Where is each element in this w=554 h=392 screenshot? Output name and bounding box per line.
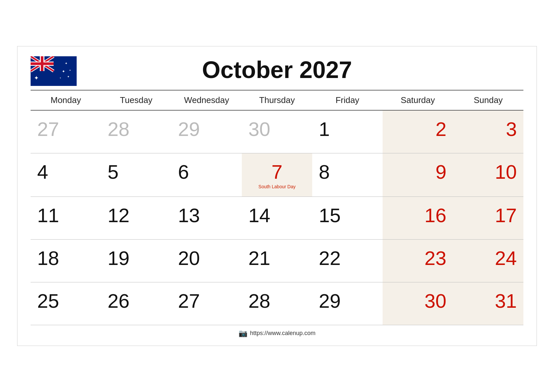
calendar-cell: 13 [171, 196, 242, 239]
day-number: 29 [319, 290, 376, 312]
calendar-cell: 1 [312, 110, 383, 153]
weekday-header-row: Monday Tuesday Wednesday Thursday Friday… [31, 90, 523, 110]
calendar-cell: 7South Labour Day [242, 153, 312, 196]
calendar-cell: 12 [101, 196, 171, 239]
calendar-cell: 27 [171, 282, 242, 325]
calendar-cell: 20 [171, 239, 242, 282]
day-number: 7 [248, 161, 306, 183]
day-number: 14 [248, 204, 306, 227]
day-number: 28 [108, 118, 165, 141]
footer: 📷 https://www.calenup.com [31, 325, 523, 339]
footer-url: https://www.calenup.com [250, 330, 315, 337]
calendar-cell: 24 [453, 239, 523, 282]
day-number: 31 [460, 290, 517, 312]
week-row-4: 18192021222324 [31, 239, 523, 282]
calendar-cell: 9 [383, 153, 453, 196]
calendar-cell: 26 [101, 282, 171, 325]
calendar-cell: 6 [171, 153, 242, 196]
flag: ✦ ✦ ✦ ✦ ✦ ✦ [31, 56, 77, 86]
calendar-cell: 25 [31, 282, 101, 325]
header-sunday: Sunday [453, 90, 523, 110]
day-number: 22 [319, 247, 376, 270]
day-number: 3 [460, 118, 517, 141]
calendar-cell: 4 [31, 153, 101, 196]
day-number: 19 [108, 247, 165, 270]
calendar-cell: 29 [171, 110, 242, 153]
svg-text:✦: ✦ [62, 69, 65, 74]
calendar-cell: 31 [453, 282, 523, 325]
calendar-cell: 28 [101, 110, 171, 153]
day-number: 5 [108, 161, 165, 183]
day-number: 8 [319, 161, 376, 183]
calendar-cell: 16 [383, 196, 453, 239]
calendar-cell: 27 [31, 110, 101, 153]
day-number: 30 [389, 290, 446, 312]
day-number: 24 [460, 247, 517, 270]
calendar-cell: 15 [312, 196, 383, 239]
calendar-cell: 19 [101, 239, 171, 282]
day-number: 16 [389, 204, 446, 227]
day-number: 18 [37, 247, 94, 270]
day-number: 12 [108, 204, 165, 227]
calendar-cell: 2 [383, 110, 453, 153]
header-wednesday: Wednesday [171, 90, 242, 110]
calendar-cell: 17 [453, 196, 523, 239]
week-row-3: 11121314151617 [31, 196, 523, 239]
day-number: 17 [460, 204, 517, 227]
calendar-cell: 18 [31, 239, 101, 282]
day-number: 10 [460, 161, 517, 183]
day-number: 29 [178, 118, 235, 141]
day-number: 6 [178, 161, 235, 183]
day-number: 27 [178, 290, 235, 312]
svg-text:✦: ✦ [69, 69, 71, 71]
svg-text:✦: ✦ [60, 77, 61, 79]
day-number: 30 [248, 118, 306, 141]
week-row-1: 27282930123 [31, 110, 523, 153]
week-row-5: 25262728293031 [31, 282, 523, 325]
calendar-cell: 8 [312, 153, 383, 196]
calendar-cell: 29 [312, 282, 383, 325]
calendar-container: ✦ ✦ ✦ ✦ ✦ ✦ October 2027 Monday Tuesday … [17, 46, 537, 346]
header-thursday: Thursday [242, 90, 312, 110]
day-number: 9 [389, 161, 446, 183]
day-number: 23 [389, 247, 446, 270]
calendar-cell: 30 [242, 110, 312, 153]
day-number: 13 [178, 204, 235, 227]
header-tuesday: Tuesday [101, 90, 171, 110]
calendar-grid: Monday Tuesday Wednesday Thursday Friday… [31, 90, 523, 325]
calendar-cell: 11 [31, 196, 101, 239]
header-monday: Monday [31, 90, 101, 110]
header-friday: Friday [312, 90, 383, 110]
day-number: 2 [389, 118, 446, 141]
holiday-label: South Labour Day [248, 184, 306, 189]
day-number: 27 [37, 118, 94, 141]
svg-text:✦: ✦ [34, 75, 39, 81]
day-number: 21 [248, 247, 306, 270]
day-number: 28 [248, 290, 306, 312]
day-number: 15 [319, 204, 376, 227]
day-number: 4 [37, 161, 94, 183]
header-saturday: Saturday [383, 90, 453, 110]
calendar-cell: 10 [453, 153, 523, 196]
day-number: 20 [178, 247, 235, 270]
calendar-cell: 23 [383, 239, 453, 282]
day-number: 1 [319, 118, 376, 141]
calendar-cell: 30 [383, 282, 453, 325]
calendar-cell: 28 [242, 282, 312, 325]
calendar-cell: 14 [242, 196, 312, 239]
day-number: 26 [108, 290, 165, 312]
month-title: October 2027 [202, 56, 352, 83]
svg-text:✦: ✦ [65, 62, 67, 65]
day-number: 11 [37, 204, 94, 227]
calendar-cell: 5 [101, 153, 171, 196]
calenup-icon: 📷 [239, 329, 247, 338]
calendar-cell: 22 [312, 239, 383, 282]
day-number: 25 [37, 290, 94, 312]
svg-text:✦: ✦ [67, 75, 70, 78]
week-row-2: 4567South Labour Day8910 [31, 153, 523, 196]
calendar-cell: 3 [453, 110, 523, 153]
header: ✦ ✦ ✦ ✦ ✦ ✦ October 2027 [31, 56, 523, 83]
svg-rect-8 [31, 63, 54, 65]
calendar-cell: 21 [242, 239, 312, 282]
